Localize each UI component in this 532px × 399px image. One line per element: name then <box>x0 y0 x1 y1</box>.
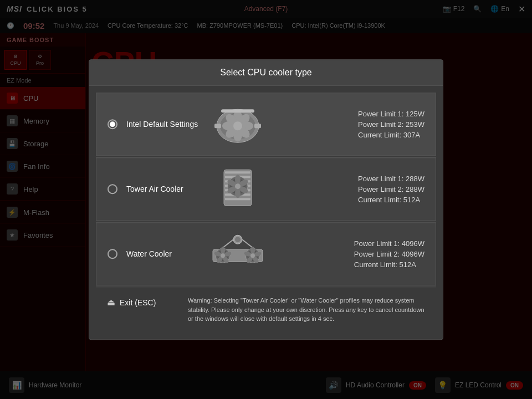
tower-pl1: Power Limit 1: 288W <box>358 175 424 183</box>
svg-point-46 <box>250 247 255 254</box>
intel-cooler-stats: Power Limit 1: 125W Power Limit 2: 253W … <box>358 110 424 139</box>
intel-pl1: Power Limit 1: 125W <box>358 110 424 118</box>
water-pl1: Power Limit 1: 4096W <box>354 239 424 248</box>
svg-point-43 <box>221 253 225 258</box>
water-cooler-stats: Power Limit 1: 4096W Power Limit 2: 4096… <box>354 239 424 269</box>
cpu-cooler-dialog: Select CPU cooler type Intel Default Set… <box>89 59 443 340</box>
svg-rect-12 <box>254 124 261 128</box>
svg-rect-15 <box>225 171 250 173</box>
radio-water <box>108 249 117 259</box>
intel-cl: Current Limit: 307A <box>358 131 424 139</box>
svg-rect-13 <box>221 109 254 112</box>
water-cooler-name: Water Cooler <box>126 249 198 258</box>
svg-point-32 <box>235 237 241 242</box>
svg-point-10 <box>233 121 242 130</box>
svg-point-30 <box>235 183 241 189</box>
radio-intel <box>108 119 117 129</box>
svg-point-51 <box>250 253 255 258</box>
exit-button[interactable]: ⏏ Exit (ESC) <box>107 296 179 308</box>
water-cooler-image <box>207 232 268 276</box>
dialog-title: Select CPU cooler type <box>89 60 443 86</box>
fan-top-svg <box>210 104 265 145</box>
fan-side-svg <box>210 167 265 211</box>
tower-cl: Current Limit: 512A <box>358 196 424 204</box>
exit-section: ⏏ Exit (ESC) Warning: Selecting "Tower A… <box>96 287 436 332</box>
intel-cooler-name: Intel Default Settings <box>126 120 198 129</box>
dialog-body: Intel Default Settings <box>89 86 443 339</box>
exit-icon: ⏏ <box>107 297 115 308</box>
water-cooler-svg <box>207 232 268 276</box>
cooler-option-tower[interactable]: Tower Air Cooler <box>96 157 436 221</box>
tower-cooler-stats: Power Limit 1: 288W Power Limit 2: 288W … <box>358 175 424 204</box>
svg-point-38 <box>221 247 225 254</box>
water-pl2: Power Limit 2: 4096W <box>354 250 424 258</box>
svg-rect-11 <box>214 124 221 128</box>
warning-text: Warning: Selecting "Tower Air Cooler" or… <box>188 296 425 324</box>
water-cl: Current Limit: 512A <box>354 260 424 269</box>
exit-label: Exit (ESC) <box>120 298 156 307</box>
tower-pl2: Power Limit 2: 288W <box>358 185 424 193</box>
intel-pl2: Power Limit 2: 253W <box>358 120 424 129</box>
tower-cooler-image <box>207 167 268 211</box>
tower-cooler-name: Tower Air Cooler <box>126 185 198 193</box>
radio-intel-inner <box>110 121 115 127</box>
cooler-option-intel[interactable]: Intel Default Settings <box>96 93 436 156</box>
radio-tower <box>108 184 117 194</box>
svg-rect-21 <box>225 198 250 200</box>
cooler-option-water[interactable]: Water Cooler <box>96 222 436 285</box>
intel-cooler-image <box>207 102 268 146</box>
